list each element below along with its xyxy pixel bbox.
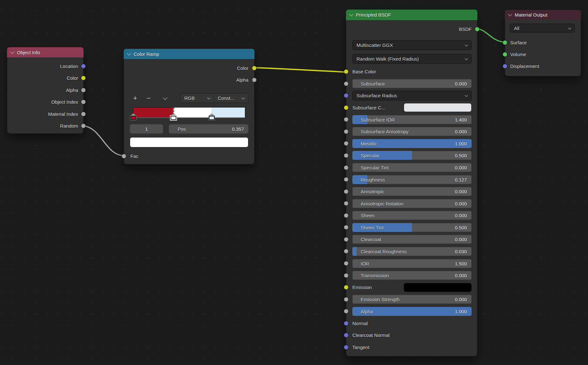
subsurface-c-input-socket[interactable] xyxy=(344,105,349,110)
interpolation-dropdown[interactable]: Const... xyxy=(214,93,248,103)
subsurface-ior-input-socket[interactable] xyxy=(344,117,349,122)
param-label: Anisotropic Rotation xyxy=(361,201,403,206)
clearcoat-roughness-input-socket[interactable] xyxy=(344,249,349,254)
param-slider-specular-tint[interactable]: Specular Tint0.000 xyxy=(352,163,472,172)
subsurface-method-dropdown[interactable]: Random Walk (Fixed Radius) xyxy=(352,54,472,64)
param-slider-subsurface[interactable]: Subsurface0.000 xyxy=(352,79,472,88)
param-slider-specular[interactable]: Specular0.500 xyxy=(352,151,472,160)
anisotropic-rotation-input-socket[interactable] xyxy=(344,201,349,206)
param-label: Emission Strength xyxy=(361,297,400,302)
ramp-stop-handle-2[interactable] xyxy=(209,113,215,121)
input-label: Fac xyxy=(130,153,138,159)
param-slider-clearcoat-roughness[interactable]: Clearcoat Roughness0.030 xyxy=(352,247,472,256)
collapse-chevron-icon[interactable] xyxy=(127,51,131,56)
metallic-input-socket[interactable] xyxy=(344,141,349,146)
fac-input-socket[interactable] xyxy=(121,154,126,159)
color-ramp-gradient[interactable] xyxy=(133,107,245,118)
node-header[interactable]: Color Ramp xyxy=(124,49,254,59)
surface-input-socket[interactable] xyxy=(503,40,507,45)
param-slider-emission-strength[interactable]: Emission Strength0.000 xyxy=(352,295,472,304)
pos-label: Pos xyxy=(178,126,186,132)
alpha-output-socket[interactable] xyxy=(81,88,86,93)
output-label: Material Index xyxy=(48,111,78,117)
subsurface-anisotropy-input-socket[interactable] xyxy=(344,129,349,134)
clearcoat-input-socket[interactable] xyxy=(344,237,349,242)
collapse-chevron-icon[interactable] xyxy=(349,12,353,16)
ramp-menu-button[interactable] xyxy=(161,94,170,103)
ramp-stop-handle-1[interactable] xyxy=(170,113,177,121)
object-index-output-socket[interactable] xyxy=(81,100,86,104)
param-value: 1.400 xyxy=(455,117,467,122)
ior-input-socket[interactable] xyxy=(344,261,349,266)
output-row-alpha: Alpha xyxy=(124,75,254,84)
sheen-tint-input-socket[interactable] xyxy=(344,225,349,230)
param-value: 0.000 xyxy=(455,213,467,218)
alpha-input-socket[interactable] xyxy=(344,309,349,314)
node-header[interactable]: Principled BSDF xyxy=(346,10,477,20)
color-output-socket[interactable] xyxy=(252,66,257,71)
subsurface-radius-input-socket[interactable] xyxy=(344,93,349,98)
sheen-input-socket[interactable] xyxy=(344,213,349,218)
chevron-down-icon xyxy=(568,26,571,29)
node-editor-canvas[interactable]: Object Info LocationColorAlphaObject Ind… xyxy=(0,0,588,365)
param-slider-subsurface-anisotropy[interactable]: Subsurface Anisotropy0.000 xyxy=(352,127,472,136)
node-principled-bsdf[interactable]: Principled BSDF BSDF Multiscatter GGX Ra… xyxy=(346,10,477,356)
color-output-socket[interactable] xyxy=(81,76,86,80)
active-stop-color-swatch[interactable] xyxy=(130,137,248,147)
param-slider-metallic[interactable]: Metallic1.000 xyxy=(352,139,472,148)
roughness-input-socket[interactable] xyxy=(344,177,349,182)
param-slider-anisotropic[interactable]: Anisotropic0.000 xyxy=(352,187,472,196)
link-random-to-fac[interactable] xyxy=(83,126,124,156)
link-color-to-basecolor[interactable] xyxy=(254,68,346,72)
param-slider-clearcoat[interactable]: Clearcoat0.000 xyxy=(352,235,472,244)
ramp-stop-handle-0[interactable] xyxy=(130,113,136,121)
base-color-input-socket[interactable] xyxy=(344,69,349,74)
node-color-ramp[interactable]: Color Ramp Color Alpha + − RGB Const... xyxy=(124,49,254,164)
color-mode-dropdown[interactable]: RGB xyxy=(180,93,214,103)
param-slider-roughness[interactable]: Roughness0.127 xyxy=(352,175,472,184)
tangent-input-socket[interactable] xyxy=(344,345,349,350)
param-slider-sheen[interactable]: Sheen0.000 xyxy=(352,211,472,220)
alpha-output-socket[interactable] xyxy=(252,78,257,82)
node-header[interactable]: Material Output xyxy=(505,10,581,19)
link-bsdf-to-surface[interactable] xyxy=(477,29,505,42)
param-slider-subsurface-ior[interactable]: Subsurface IOR1.400 xyxy=(352,115,472,124)
remove-stop-button[interactable]: − xyxy=(144,94,153,103)
anisotropic-input-socket[interactable] xyxy=(344,189,349,194)
normal-input-socket[interactable] xyxy=(344,321,349,326)
subsurface-c-color-swatch[interactable] xyxy=(404,103,472,112)
volume-input-socket[interactable] xyxy=(503,52,507,57)
param-slider-alpha[interactable]: Alpha1.000 xyxy=(352,307,472,316)
bsdf-output-socket[interactable] xyxy=(475,27,480,32)
emission-strength-input-socket[interactable] xyxy=(344,297,349,302)
active-stop-index-field[interactable]: 1 xyxy=(130,124,163,134)
node-header[interactable]: Object Info xyxy=(7,47,84,57)
param-slider-anisotropic-rotation[interactable]: Anisotropic Rotation0.000 xyxy=(352,199,472,208)
displacement-input-socket[interactable] xyxy=(503,64,507,69)
param-slider-ior[interactable]: IOR1.500 xyxy=(352,259,472,268)
node-material-output[interactable]: Material Output All SurfaceVolumeDisplac… xyxy=(505,10,581,76)
location-output-socket[interactable] xyxy=(81,64,86,69)
add-stop-button[interactable]: + xyxy=(131,94,140,103)
node-object-info[interactable]: Object Info LocationColorAlphaObject Ind… xyxy=(7,47,84,134)
material-index-output-socket[interactable] xyxy=(81,112,86,116)
distribution-dropdown[interactable]: Multiscatter GGX xyxy=(352,40,472,50)
output-row-location: Location xyxy=(7,62,83,71)
param-label: Metallic xyxy=(361,141,377,146)
collapse-chevron-icon[interactable] xyxy=(10,50,14,54)
chevron-down-icon xyxy=(163,95,167,100)
subsurface-input-socket[interactable] xyxy=(344,81,349,86)
stop-handle-arrow-icon xyxy=(209,113,215,116)
param-slider-transmission[interactable]: Transmission0.000 xyxy=(352,271,472,280)
param-slider-sheen-tint[interactable]: Sheen Tint0.500 xyxy=(352,223,472,232)
transmission-input-socket[interactable] xyxy=(344,273,349,278)
specular-tint-input-socket[interactable] xyxy=(344,165,349,170)
output-target-dropdown[interactable]: All xyxy=(510,24,575,33)
subsurface-radius-dropdown[interactable]: Subsurface Radius xyxy=(352,91,472,101)
emission-color-swatch[interactable] xyxy=(404,283,472,292)
specular-input-socket[interactable] xyxy=(344,153,349,158)
param-label: Subsurface Radius xyxy=(356,93,397,98)
stop-position-field[interactable]: Pos 0.357 xyxy=(169,124,248,134)
random-output-socket[interactable] xyxy=(81,123,86,128)
collapse-chevron-icon[interactable] xyxy=(508,12,512,16)
